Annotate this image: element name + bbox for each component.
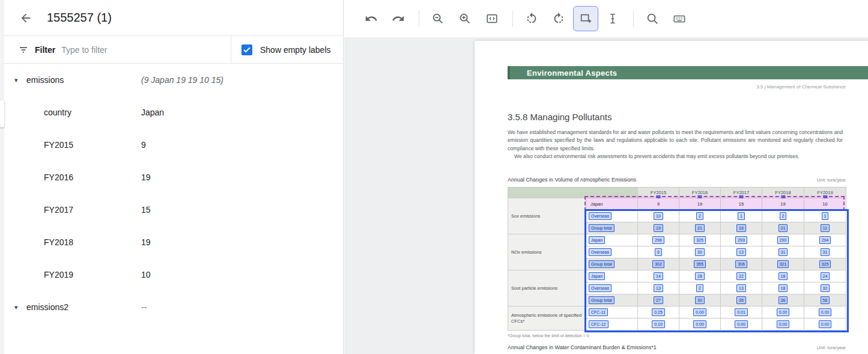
annotation-chip[interactable]: 35 [736,296,746,304]
label-item-FY2015[interactable]: FY20159 [0,129,343,161]
label-item-Emitted_Air[interactable]: Emitted_Air-- [0,323,343,326]
code-box-button[interactable] [479,6,505,31]
annotation-chip[interactable]: 0.00 [777,308,790,316]
annotation-chip[interactable]: 36 [778,296,788,304]
annotation-chip[interactable]: 325 [694,236,706,244]
value-cell: 24 [804,270,846,282]
annotation-chip[interactable]: 56 [821,296,830,304]
undo-button[interactable] [359,6,384,31]
annotation-chip[interactable]: 2 [780,212,787,220]
sidebar-scrollbar[interactable] [0,0,4,354]
annotation-chip[interactable]: 296 [652,236,664,244]
annotation-chip[interactable]: 18 [778,272,788,280]
annotation-chip[interactable]: 14 [654,272,663,280]
annotation-chip[interactable]: 30 [695,248,705,256]
annotation-chip[interactable]: Group total [589,224,615,232]
text-select-button[interactable] [600,6,625,31]
annotation-chip[interactable]: 21 [778,224,788,232]
annotation-chip[interactable]: 13 [736,248,746,256]
annotation-chip[interactable]: 24 [821,272,830,280]
annotation-chip[interactable]: 16 [736,224,746,232]
value-cell: 36 [762,294,804,307]
value-cell: 14 [638,270,679,282]
filter-field[interactable]: Filter [0,36,231,63]
annotation-chip[interactable]: 21 [695,224,705,232]
filter-input[interactable] [61,45,199,55]
annotation-chip[interactable]: 30 [695,296,705,304]
rotate-right-button[interactable] [546,6,571,31]
annotation-chip[interactable]: 0.00 [693,320,706,328]
value-cell: 15 [721,198,762,210]
scrollbar-thumb[interactable] [0,100,4,127]
annotation-chip[interactable]: 0.00 [693,308,706,316]
table2-title-row: Annual Changes in Water Contaminant Burd… [508,344,846,350]
annotation-chip[interactable]: 0.00 [819,320,832,328]
redo-button[interactable] [386,6,411,31]
annotation-chip[interactable]: CFC-11 [589,308,608,316]
back-button[interactable] [18,10,34,26]
zoom-out-button[interactable] [425,6,451,31]
annotation-chip[interactable]: 10 [654,212,663,220]
annotation-chip[interactable]: 13 [736,284,746,292]
annotation-chip[interactable]: 355 [694,260,706,268]
annotation-chip[interactable]: 13 [654,284,663,292]
document-viewer[interactable]: Environmental Aspects 3.5 | Management o… [344,37,868,354]
label-group-emissions2[interactable]: ▾emissions2-- [0,291,343,323]
annotation-chip[interactable]: 2 [696,284,703,292]
annotation-chip[interactable]: 1 [738,212,745,220]
label-item-country[interactable]: countryJapan [0,96,343,129]
value-cell: 27 [638,294,679,307]
annotation-chip[interactable]: 321 [777,260,789,268]
annotation-chip[interactable]: 27 [654,296,663,304]
annotation-chip[interactable]: 293 [735,236,747,244]
annotation-chip[interactable]: 325 [819,260,831,268]
annotation-chip[interactable]: 6 [655,248,662,256]
label-item-FY2016[interactable]: FY201619 [0,161,343,194]
annotation-chip[interactable]: 11 [821,224,830,232]
annotation-chip[interactable]: 19 [654,224,663,232]
annotation-chip[interactable]: 302 [652,260,664,268]
annotation-chip[interactable]: 0.10 [652,320,665,328]
collapse-arrow-icon[interactable]: ▾ [14,76,26,84]
annotation-chip[interactable]: 294 [819,236,831,244]
annotation-chip[interactable]: 0.00 [735,320,748,328]
search-button[interactable] [640,6,665,31]
annotation-chip[interactable]: 31 [821,248,830,256]
annotation-chip[interactable]: 18 [778,284,788,292]
annotation-chip[interactable]: 0.25 [652,308,665,316]
annotation-chip[interactable]: 22 [736,272,746,280]
rotate-left-button[interactable] [519,6,544,31]
annotation-chip[interactable]: 31 [778,248,788,256]
annotation-chip[interactable]: Overseas [589,248,612,256]
annotation-chip[interactable]: Japan [589,236,605,244]
annotation-chip[interactable]: 0.00 [777,320,790,328]
annotation-chip[interactable]: Group total [589,260,615,268]
label-group-emissions[interactable]: ▾emissions(9 Japan 19 19 10 15) [0,64,343,96]
annotation-chip[interactable]: Overseas [589,284,612,292]
annotation-chip[interactable]: 0.01 [735,308,748,316]
annotation-chip[interactable]: 306 [735,260,747,268]
value-cell: 56 [804,294,846,307]
annotation-chip[interactable]: Japan [589,272,605,280]
annotation-chip[interactable]: 32 [821,284,830,292]
show-empty-labels-toggle[interactable]: Show empty labels [231,36,331,63]
add-bounding-box-button[interactable] [573,6,598,31]
label-item-FY2017[interactable]: FY201715 [0,194,343,226]
annotation-tick [739,195,744,198]
value-cell: 32 [804,282,846,294]
keyboard-button[interactable] [667,6,692,31]
value-cell: 0.00 [762,319,804,331]
annotation-chip[interactable]: 1 [822,212,829,220]
annotation-chip[interactable]: 290 [777,236,789,244]
label-item-FY2019[interactable]: FY201910 [0,258,343,291]
annotation-chip[interactable]: 28 [695,272,705,280]
collapse-arrow-icon[interactable]: ▾ [14,304,26,311]
annotation-chip[interactable]: Overseas [589,212,612,220]
show-empty-labels-checkbox[interactable] [241,44,252,55]
annotation-chip[interactable]: 2 [696,212,703,220]
zoom-in-button[interactable] [452,6,478,31]
annotation-chip[interactable]: Group total [589,296,615,304]
annotation-chip[interactable]: 0.00 [819,308,832,316]
label-item-FY2018[interactable]: FY201819 [0,226,343,258]
annotation-chip[interactable]: CFC-12 [589,320,609,328]
